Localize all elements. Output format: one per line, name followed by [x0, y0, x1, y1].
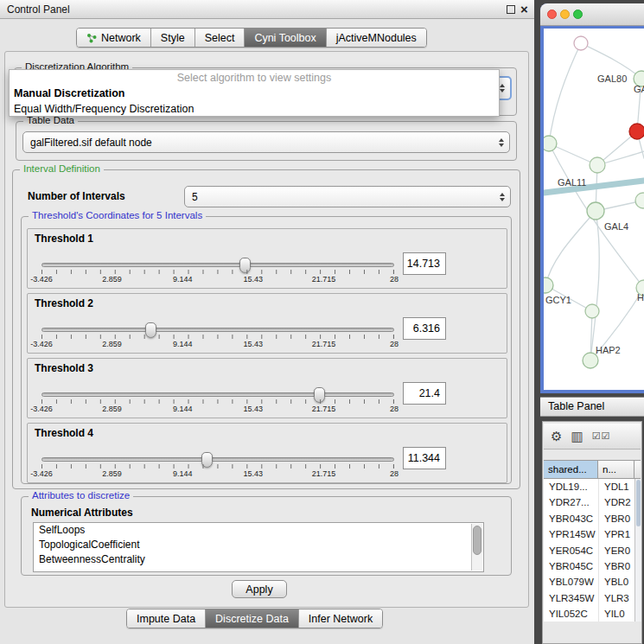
number-of-intervals-label: Number of Intervals — [28, 190, 125, 202]
columns-icon[interactable]: ▥ — [571, 430, 583, 443]
tick-label: 21.715 — [312, 340, 336, 348]
list-scrollbar[interactable] — [471, 524, 482, 571]
threshold-value-field[interactable]: 21.4 — [403, 382, 446, 405]
network-node[interactable] — [544, 136, 557, 151]
table-row[interactable]: YIL052CYIL0 — [544, 606, 634, 622]
network-node[interactable] — [629, 124, 644, 139]
table-row[interactable]: YLR345WYLR3 — [544, 590, 634, 606]
network-node[interactable] — [574, 36, 588, 50]
gear-icon[interactable]: ⚙ — [551, 430, 562, 443]
combobox-value: galFiltered.sif default node — [30, 132, 492, 152]
select-columns-icon[interactable]: ☑ ☑ — [592, 431, 609, 441]
table-row[interactable]: YPR145WYPR1 — [544, 526, 634, 542]
table-row[interactable]: YBR045CYBR0 — [544, 558, 634, 574]
tick-label: -3.426 — [30, 405, 53, 413]
column-header-shared-name[interactable]: shared... — [544, 460, 598, 479]
slider-ticks — [41, 335, 394, 339]
table-row[interactable]: YDR27...YDR2 — [544, 494, 634, 510]
table-cell[interactable]: YBR043C — [544, 511, 598, 526]
attribute-list-item[interactable]: SelfLoops — [34, 523, 483, 538]
apply-button[interactable]: Apply — [232, 580, 287, 598]
table-cell[interactable]: YLR3 — [598, 590, 634, 606]
close-icon[interactable]: × — [520, 0, 528, 19]
tick-label: 15.43 — [244, 340, 264, 348]
network-node[interactable] — [544, 277, 553, 293]
tab-style[interactable]: Style — [151, 29, 195, 47]
table-cell[interactable]: YIL0 — [598, 606, 634, 622]
network-node[interactable] — [635, 193, 644, 208]
table-cell[interactable]: YBR0 — [598, 558, 634, 574]
table-data-combobox[interactable]: galFiltered.sif default node — [22, 131, 510, 153]
table-cell[interactable]: YBL079W — [544, 574, 598, 590]
threshold-slider[interactable] — [41, 263, 394, 267]
dropdown-placeholder-item: Select algorithm to view settings — [10, 70, 499, 86]
table-row[interactable]: YER054CYER0 — [544, 543, 634, 558]
network-node-label: GA — [634, 84, 644, 94]
threshold-panel: Threshold 4 -3.4262.8599.14415.4321.7152… — [27, 423, 507, 483]
tick-label: 2.859 — [102, 469, 122, 478]
threshold-label: Threshold 4 — [35, 427, 93, 439]
threshold-slider[interactable] — [41, 392, 394, 397]
network-node-label: GCY1 — [545, 295, 571, 305]
table-row[interactable]: YBL079WYBL0 — [544, 574, 634, 590]
network-node[interactable] — [585, 304, 599, 318]
table-cell[interactable]: YER0 — [598, 543, 634, 558]
threshold-value-field[interactable]: 6.316 — [403, 317, 446, 340]
number-of-intervals-combobox[interactable]: 5 — [184, 186, 511, 207]
network-node-label: GAL4 — [604, 221, 628, 232]
scrollbar-thumb[interactable] — [473, 526, 481, 555]
scrollbar-thumb[interactable] — [636, 480, 641, 526]
float-window-icon[interactable] — [507, 5, 515, 14]
tab-network[interactable]: Network — [77, 29, 151, 47]
close-traffic-light-icon[interactable] — [547, 10, 557, 19]
table-cell[interactable]: YPR1 — [598, 526, 634, 542]
tick-label: 15.43 — [244, 469, 264, 478]
network-node[interactable] — [587, 202, 604, 220]
table-row[interactable]: YBR043CYBR0 — [544, 511, 634, 526]
dropdown-option-manual-discretization[interactable]: Manual Discretization — [10, 86, 499, 101]
network-node[interactable] — [590, 157, 605, 173]
tab-infer-network[interactable]: Infer Network — [299, 609, 382, 628]
column-header-name[interactable]: n... — [598, 460, 634, 479]
table-cell[interactable]: YDL1 — [598, 479, 634, 494]
table-row[interactable]: YDL19...YDL1 — [544, 479, 634, 494]
zoom-traffic-light-icon[interactable] — [573, 10, 583, 19]
threshold-value-field[interactable]: 14.713 — [403, 252, 446, 275]
minimize-traffic-light-icon[interactable] — [560, 10, 570, 19]
table-cell[interactable]: YBL0 — [598, 574, 634, 590]
group-title: Threshold's Coordinates for 5 Intervals — [29, 210, 206, 220]
tab-cyni-toolbox[interactable]: Cyni Toolbox — [245, 29, 326, 47]
tab-impute-data[interactable]: Impute Data — [127, 609, 206, 628]
tab-label: Impute Data — [137, 613, 195, 625]
tab-select[interactable]: Select — [195, 29, 245, 47]
table-cell[interactable]: YBR0 — [598, 511, 634, 526]
thresholds-group: Threshold's Coordinates for 5 Intervals … — [21, 216, 512, 484]
table-cell[interactable]: YBR045C — [544, 558, 598, 574]
table-cell[interactable]: YDR27... — [544, 494, 598, 510]
numerical-attributes-list: SelfLoopsTopologicalCoefficientBetweenne… — [33, 522, 484, 572]
attribute-list-item[interactable]: BetweennessCentrality — [34, 552, 483, 567]
threshold-label: Threshold 2 — [35, 297, 93, 309]
tab-jactivemnodules[interactable]: jActiveMNodules — [327, 29, 426, 47]
network-node-label: H — [637, 292, 644, 303]
tab-discretize-data[interactable]: Discretize Data — [206, 609, 299, 628]
network-canvas[interactable]: GAL80GAGAL11GAL4GCY1HAP2H — [544, 29, 644, 390]
threshold-slider[interactable] — [41, 328, 394, 332]
tick-label: 9.144 — [173, 405, 193, 413]
table-cell[interactable]: YER054C — [544, 543, 598, 558]
table-cell[interactable]: YPR145W — [544, 526, 598, 542]
threshold-slider[interactable] — [41, 457, 394, 462]
tab-label: Infer Network — [309, 613, 373, 625]
table-cell[interactable]: YDL19... — [544, 479, 598, 494]
table-cell[interactable]: YIL052C — [544, 606, 598, 622]
tick-label: 15.43 — [244, 405, 264, 413]
attribute-list-item[interactable]: TopologicalCoefficient — [34, 538, 483, 552]
tick-label: 21.715 — [312, 405, 336, 413]
table-scrollbar[interactable] — [634, 479, 641, 622]
table-cell[interactable]: YLR345W — [544, 590, 598, 606]
tick-label: 9.144 — [173, 340, 193, 348]
dropdown-option-equal-width[interactable]: Equal Width/Frequency Discretization — [10, 101, 499, 117]
slider-ticks — [41, 270, 394, 274]
table-cell[interactable]: YDR2 — [598, 494, 634, 510]
threshold-value-field[interactable]: 11.344 — [403, 447, 446, 469]
